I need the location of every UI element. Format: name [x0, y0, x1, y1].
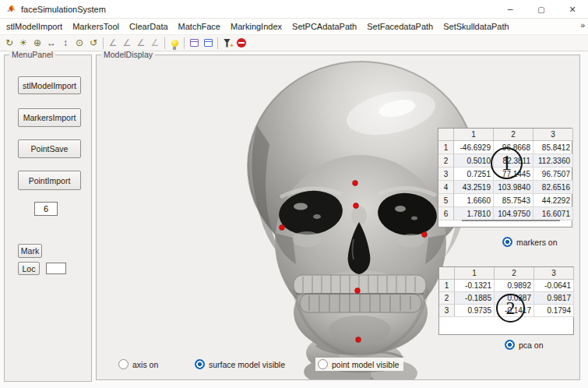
- pan-tilt-camera-icon[interactable]: ⊕: [30, 36, 44, 50]
- stop-shape: [237, 38, 246, 48]
- principal-axis-z-icon[interactable]: ∠: [134, 36, 148, 50]
- minimize-button[interactable]: –: [495, 0, 526, 19]
- table-cell[interactable]: 85.8412: [533, 141, 573, 154]
- zoom-camera-icon[interactable]: ⊙: [72, 36, 86, 50]
- table-row-header: 6: [438, 207, 454, 220]
- title-bar: faceSimulationSystem – ▢ ✕: [0, 0, 588, 19]
- no-principal-axis-icon[interactable]: ∠: [148, 36, 162, 50]
- table-cell[interactable]: 0.9817: [534, 292, 574, 305]
- loc-value-field[interactable]: [46, 263, 66, 274]
- marker-right-zygomatic: [280, 225, 285, 231]
- table-cell[interactable]: 0.7251: [454, 168, 494, 181]
- move-camera-vertical-icon[interactable]: ↕: [58, 36, 72, 50]
- stl-model-import-button[interactable]: stlModelImport: [18, 76, 81, 94]
- radio-unselected-icon: [318, 359, 328, 369]
- marker-index-field[interactable]: 6: [34, 202, 58, 216]
- orthographic-projection-icon[interactable]: [187, 36, 201, 50]
- toolbar-separator: [164, 37, 165, 49]
- table-cell[interactable]: 0.1794: [534, 305, 574, 317]
- table-row-header: 2: [438, 154, 454, 168]
- loc-button[interactable]: Loc: [18, 262, 40, 275]
- table-corner-cell: [438, 129, 454, 141]
- table-cell[interactable]: 103.9840: [494, 181, 533, 194]
- scene-light-icon[interactable]: [167, 36, 181, 50]
- point-import-button[interactable]: PointImport: [18, 171, 81, 190]
- table-cell[interactable]: -46.6929: [454, 141, 494, 154]
- table-cell[interactable]: 112.3360: [533, 154, 573, 168]
- menu-overflow-icon[interactable]: »: [580, 21, 585, 30]
- stop-camera-icon[interactable]: [234, 36, 248, 50]
- marker-nasion: [353, 181, 358, 186]
- close-button[interactable]: ✕: [557, 0, 588, 19]
- menu-item-setfacedatapath[interactable]: SetFacedataPath: [367, 22, 433, 31]
- toolbar-separator: [217, 37, 218, 49]
- table-cell[interactable]: 0.9735: [455, 305, 495, 317]
- annotation-circle-1: 1: [491, 147, 523, 179]
- principal-axis-x-icon[interactable]: ∠: [106, 36, 120, 50]
- teeth: [294, 275, 426, 312]
- markers-on-radio[interactable]: markers on: [502, 237, 558, 247]
- principal-axis-y-icon[interactable]: ∠: [120, 36, 134, 50]
- window-shape: [204, 39, 213, 47]
- table-cell[interactable]: 1.6660: [454, 194, 494, 207]
- point-model-visible-radio[interactable]: point model visible: [315, 358, 403, 371]
- move-camera-horizontal-icon[interactable]: ↔: [44, 36, 58, 50]
- menu-bar: stlModelImportMarkersToolClearDataMatchF…: [0, 19, 588, 35]
- maximize-button[interactable]: ▢: [526, 0, 557, 19]
- table-col-header: 2: [495, 267, 534, 280]
- orbit-scene-light-icon[interactable]: ☀: [16, 36, 30, 50]
- table-cell[interactable]: -0.1885: [455, 292, 495, 305]
- menu-item-cleardata[interactable]: ClearData: [129, 22, 168, 31]
- table-cell[interactable]: 16.6071: [533, 207, 573, 220]
- table-col-header: 3: [534, 267, 574, 280]
- axis-on-radio[interactable]: axis on: [118, 359, 158, 369]
- point-save-button[interactable]: PointSave: [18, 139, 81, 158]
- table-cell[interactable]: 44.2292: [533, 194, 573, 207]
- markers-table-scrollbar[interactable]: [462, 220, 560, 221]
- camera-toolbar: ↻☀⊕↔↕⊙↺∠∠∠∠+: [0, 35, 588, 51]
- markers-import-button[interactable]: MarkersImport: [18, 108, 81, 127]
- table-cell[interactable]: 0.9892: [495, 280, 534, 292]
- menu-item-setpcadatapath[interactable]: SetPCAdataPath: [292, 22, 357, 31]
- perspective-projection-icon[interactable]: [201, 36, 215, 50]
- surface-model-visible-radio[interactable]: surface model visible: [195, 359, 285, 369]
- marker-gnathion: [356, 337, 361, 343]
- marker-left-zygomatic: [422, 232, 428, 238]
- table-cell[interactable]: 0.5010: [454, 154, 494, 168]
- table-cell[interactable]: 82.6516: [533, 181, 573, 194]
- table-row-header: 1: [438, 141, 454, 154]
- menu-panel: MenuPanel stlModelImport MarkersImport P…: [4, 55, 92, 382]
- pca-on-radio[interactable]: pca on: [505, 340, 544, 350]
- window-shape: [190, 39, 199, 47]
- table-corner-cell: [439, 267, 455, 280]
- reset-camera-icon[interactable]: +: [220, 36, 234, 50]
- radio-selected-icon: [195, 359, 205, 369]
- radio-unselected-icon: [118, 359, 129, 369]
- mark-button[interactable]: Mark: [18, 244, 42, 258]
- table-col-header: 2: [494, 129, 533, 141]
- table-cell[interactable]: 85.7543: [494, 194, 533, 207]
- menu-panel-title: MenuPanel: [9, 50, 55, 59]
- menu-item-setskulldatapath[interactable]: SetSkulldataPath: [443, 22, 509, 31]
- table-cell[interactable]: 43.2519: [454, 181, 494, 194]
- window-title: faceSimulationSystem: [21, 5, 106, 14]
- table-col-header: 3: [533, 129, 573, 141]
- figure-client-area: MenuPanel stlModelImport MarkersImport P…: [0, 51, 588, 388]
- menu-item-stlmodelimport[interactable]: stlModelImport: [6, 22, 62, 31]
- orbit-camera-icon[interactable]: ↻: [2, 36, 16, 50]
- flask-shape: +: [223, 38, 232, 48]
- menu-item-markerstool[interactable]: MarkersTool: [72, 22, 119, 31]
- table-cell[interactable]: 1.7810: [454, 207, 494, 220]
- radio-selected-icon: [505, 340, 515, 350]
- table-row-header: 3: [439, 305, 455, 317]
- table-row-header: 1: [439, 280, 455, 292]
- matlab-icon: [6, 4, 16, 14]
- menu-item-matchface[interactable]: MatchFace: [178, 22, 220, 31]
- table-row-header: 3: [438, 168, 454, 181]
- table-cell[interactable]: -0.1321: [455, 280, 495, 292]
- menu-item-markingindex[interactable]: MarkingIndex: [231, 22, 282, 31]
- table-cell[interactable]: -0.0641: [534, 280, 574, 292]
- table-cell[interactable]: 104.9750: [494, 207, 533, 220]
- table-cell[interactable]: 96.7507: [533, 168, 573, 181]
- roll-camera-icon[interactable]: ↺: [86, 36, 100, 50]
